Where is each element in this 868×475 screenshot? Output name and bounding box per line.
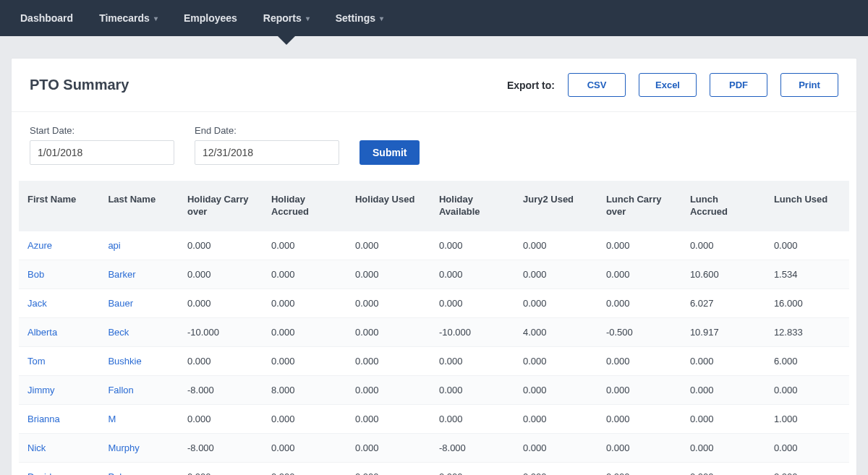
cell-value: 0.000 (263, 231, 346, 260)
nav-dashboard[interactable]: Dashboard (7, 0, 86, 36)
cell-value: 0.000 (514, 288, 597, 317)
cell-last-name[interactable]: Barker (99, 260, 179, 288)
submit-button[interactable]: Submit (359, 140, 420, 165)
col-header[interactable]: Last Name (99, 181, 179, 231)
cell-first-name[interactable]: David (19, 462, 99, 475)
cell-first-name[interactable]: Alberta (19, 317, 99, 346)
table-row: JimmyFallon-8.0008.0000.0000.0000.0000.0… (19, 375, 849, 404)
nav-settings[interactable]: Settings▾ (323, 0, 396, 36)
cell-value: 0.000 (765, 433, 849, 462)
nav-employees[interactable]: Employees (171, 0, 250, 36)
export-group: Export to: CSV Excel PDF Print (507, 73, 838, 97)
col-header[interactable]: Holiday Used (346, 181, 430, 231)
cell-value: 0.000 (597, 288, 681, 317)
pto-table: First NameLast NameHoliday Carry overHol… (19, 181, 849, 475)
cell-value: 0.000 (346, 462, 430, 475)
cell-value: 1.534 (765, 260, 849, 288)
cell-value: 6.027 (681, 288, 765, 317)
nav-active-pointer-icon (278, 36, 295, 45)
cell-first-name[interactable]: Tom (19, 346, 99, 375)
cell-value: 0.000 (430, 288, 514, 317)
cell-first-name[interactable]: Bob (19, 260, 99, 288)
nav-label: Employees (184, 12, 237, 24)
cell-last-name[interactable]: Palmer (99, 462, 179, 475)
col-header[interactable]: Jury2 Used (514, 181, 597, 231)
cell-value: -8.000 (430, 433, 514, 462)
cell-last-name[interactable]: Bauer (99, 288, 179, 317)
cell-value: 0.000 (514, 231, 597, 260)
cell-value: -8.000 (179, 433, 263, 462)
export-label: Export to: (507, 80, 555, 91)
col-header[interactable]: Lunch Used (765, 181, 849, 231)
cell-value: 0.000 (346, 317, 430, 346)
cell-last-name[interactable]: Bushkie (99, 346, 179, 375)
cell-last-name[interactable]: api (99, 231, 179, 260)
end-date-input[interactable] (195, 140, 339, 165)
cell-value: 0.000 (430, 260, 514, 288)
export-csv-button[interactable]: CSV (568, 73, 626, 97)
cell-value: -8.000 (179, 375, 263, 404)
table-row: DavidPalmer0.0000.0000.0000.0000.0000.00… (19, 462, 849, 475)
cell-value: 0.000 (263, 346, 346, 375)
cell-last-name[interactable]: Murphy (99, 433, 179, 462)
cell-value: 0.000 (346, 260, 430, 288)
cell-value: 0.000 (514, 346, 597, 375)
cell-first-name[interactable]: Nick (19, 433, 99, 462)
cell-value: 0.000 (263, 404, 346, 433)
chevron-down-icon: ▾ (154, 14, 158, 22)
end-date-label: End Date: (195, 125, 339, 136)
cell-value: 0.000 (597, 346, 681, 375)
col-header[interactable]: Lunch Accrued (681, 181, 765, 231)
cell-last-name[interactable]: Fallon (99, 375, 179, 404)
nav-reports[interactable]: Reports▾ (250, 0, 323, 36)
cell-value: 0.000 (514, 462, 597, 475)
cell-first-name[interactable]: Brianna (19, 404, 99, 433)
col-header[interactable]: Holiday Carry over (179, 181, 263, 231)
cell-value: 0.000 (263, 317, 346, 346)
cell-first-name[interactable]: Jimmy (19, 375, 99, 404)
filters: Start Date: End Date: Submit (12, 112, 856, 181)
cell-value: 0.000 (597, 404, 681, 433)
cell-value: 0.000 (346, 404, 430, 433)
table-row: AlbertaBeck-10.0000.0000.000-10.0004.000… (19, 317, 849, 346)
nav-timecards[interactable]: Timecards▾ (86, 0, 171, 36)
cell-value: 0.000 (681, 346, 765, 375)
cell-first-name[interactable]: Azure (19, 231, 99, 260)
cell-value: 0.000 (597, 231, 681, 260)
cell-value: 0.000 (597, 375, 681, 404)
start-date-input[interactable] (30, 140, 174, 165)
page-wrap: PTO Summary Export to: CSV Excel PDF Pri… (0, 36, 868, 475)
cell-value: 0.000 (681, 404, 765, 433)
cell-value: 0.000 (597, 462, 681, 475)
page-title: PTO Summary (30, 77, 129, 93)
nav-label: Dashboard (20, 12, 73, 24)
table-row: Azureapi0.0000.0000.0000.0000.0000.0000.… (19, 231, 849, 260)
cell-value: 0.000 (765, 375, 849, 404)
col-header[interactable]: First Name (19, 181, 99, 231)
cell-value: 0.000 (263, 260, 346, 288)
cell-value: 0.000 (681, 375, 765, 404)
table-head: First NameLast NameHoliday Carry overHol… (19, 181, 849, 231)
cell-value: 4.000 (514, 317, 597, 346)
cell-last-name[interactable]: M (99, 404, 179, 433)
cell-value: 0.000 (597, 433, 681, 462)
cell-value: 0.000 (681, 462, 765, 475)
export-excel-button[interactable]: Excel (639, 73, 697, 97)
cell-value: 0.000 (514, 404, 597, 433)
col-header[interactable]: Lunch Carry over (597, 181, 681, 231)
cell-last-name[interactable]: Beck (99, 317, 179, 346)
cell-first-name[interactable]: Jack (19, 288, 99, 317)
export-pdf-button[interactable]: PDF (710, 73, 767, 97)
col-header[interactable]: Holiday Available (430, 181, 514, 231)
table-row: NickMurphy-8.0000.0000.000-8.0000.0000.0… (19, 433, 849, 462)
col-header[interactable]: Holiday Accrued (263, 181, 346, 231)
cell-value: 0.000 (346, 375, 430, 404)
start-date-field: Start Date: (30, 125, 174, 165)
cell-value: 16.000 (765, 288, 849, 317)
cell-value: 0.000 (430, 404, 514, 433)
table-body: Azureapi0.0000.0000.0000.0000.0000.0000.… (19, 231, 849, 475)
cell-value: 0.000 (681, 433, 765, 462)
table-row: JackBauer0.0000.0000.0000.0000.0000.0006… (19, 288, 849, 317)
cell-value: 0.000 (346, 346, 430, 375)
export-print-button[interactable]: Print (780, 73, 838, 97)
